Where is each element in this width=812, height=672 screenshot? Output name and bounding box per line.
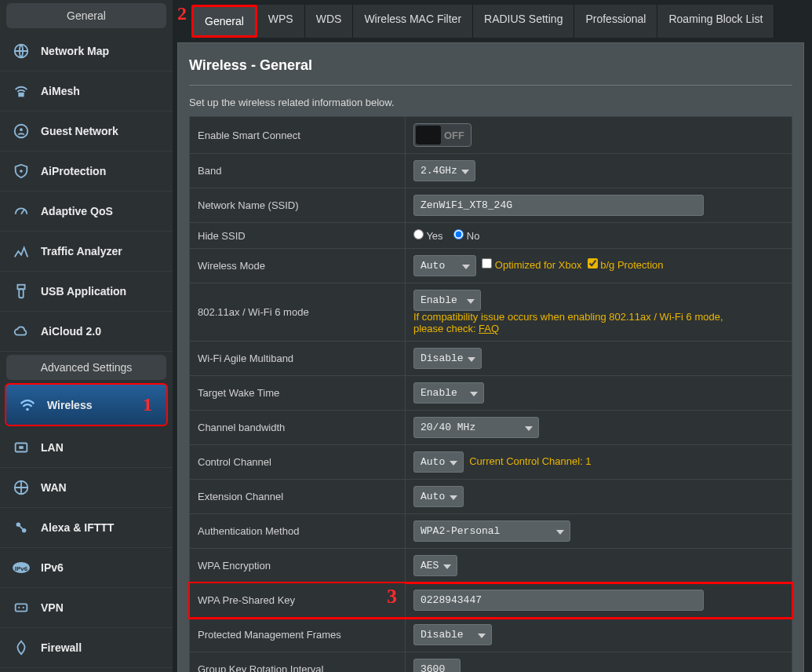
svg-rect-16	[16, 604, 27, 611]
globe-network-icon	[11, 41, 31, 61]
sidebar-item-lan[interactable]: LAN	[0, 428, 173, 468]
label-ext: Extension Channel	[190, 480, 406, 514]
svg-line-5	[21, 210, 24, 214]
wireless-general-panel: Wireless - General Set up the wireless r…	[177, 42, 804, 672]
sidebar-item-label: AiProtection	[41, 165, 106, 177]
hide-ssid-no[interactable]	[453, 229, 464, 239]
tab-professional[interactable]: Professional	[574, 5, 657, 38]
tab-wds[interactable]: WDS	[305, 5, 354, 38]
label-gkri: Group Key Rotation Interval	[190, 652, 406, 673]
xbox-label: Optimized for Xbox	[495, 259, 582, 271]
band-select[interactable]: 2.4GHz	[413, 160, 475, 181]
svg-rect-1	[18, 93, 24, 97]
twt-select[interactable]: Enable	[413, 382, 484, 404]
gkri-input[interactable]	[413, 659, 461, 672]
shield-icon	[11, 161, 31, 181]
sidebar-item-ipv6[interactable]: IPv6 IPv6	[0, 548, 173, 588]
auth-method-select[interactable]: WPA2-Personal	[413, 520, 570, 542]
hide-ssid-yes[interactable]	[413, 229, 424, 239]
sidebar-item-label: Firewall	[41, 641, 82, 654]
ext-channel-select[interactable]: Auto	[413, 486, 464, 507]
sidebar-item-label: AiCloud 2.0	[41, 325, 101, 338]
cbw-select[interactable]: 20/40 MHz	[413, 417, 539, 438]
sidebar-item-label: Alexa & IFTTT	[41, 521, 114, 534]
wpa-encryption-select[interactable]: AES	[413, 555, 457, 576]
cloud-icon	[11, 321, 31, 341]
callout-number-3: 3	[387, 585, 397, 608]
row-auth-method: Authentication Method WPA2-Personal	[190, 514, 792, 549]
content-area: 2 General WPS WDS Wireless MAC Filter RA…	[173, 0, 812, 672]
sidebar-item-label: Traffic Analyzer	[41, 245, 122, 257]
row-wireless-mode: Wireless Mode Auto Optimized for Xbox b/…	[190, 249, 792, 283]
psk-input[interactable]	[413, 590, 704, 611]
svg-point-4	[20, 170, 23, 173]
ssid-input[interactable]	[413, 195, 704, 216]
ax-faq-link[interactable]: FAQ	[479, 323, 499, 334]
usb-icon	[11, 281, 31, 301]
bg-protection-label: b/g Protection	[600, 259, 663, 271]
label-cbw: Channel bandwidth	[190, 411, 406, 445]
sidebar-item-firewall[interactable]: Firewall	[0, 628, 173, 668]
xbox-checkbox[interactable]	[482, 258, 492, 268]
sidebar-item-label: WAN	[41, 481, 67, 494]
svg-text:IPv6: IPv6	[15, 565, 28, 572]
sidebar-item-aimesh[interactable]: AiMesh	[0, 71, 173, 111]
label-smart-connect: Enable Smart Connect	[190, 117, 406, 154]
settings-table: Enable Smart Connect OFF Band 2.4GHz Net…	[189, 116, 792, 672]
sidebar-item-wan[interactable]: WAN	[0, 468, 173, 508]
sidebar-item-aicloud[interactable]: AiCloud 2.0	[0, 312, 173, 352]
row-band: Band 2.4GHz	[190, 154, 792, 188]
sidebar-item-label: Wireless	[47, 399, 92, 411]
sidebar-item-guest-network[interactable]: Guest Network	[0, 111, 173, 152]
bg-protection-checkbox[interactable]	[588, 258, 598, 268]
svg-rect-10	[19, 446, 24, 449]
sidebar-item-traffic-analyzer[interactable]: Traffic Analyzer	[0, 232, 173, 272]
firewall-icon	[11, 637, 31, 658]
label-cchan: Control Channel	[190, 445, 406, 480]
label-wireless-mode: Wireless Mode	[190, 249, 406, 283]
mesh-icon	[11, 81, 31, 101]
row-target-wake-time: Target Wake Time Enable	[190, 376, 792, 411]
sidebar: General Network Map AiMesh Guest Network…	[0, 0, 173, 672]
tab-wps[interactable]: WPS	[257, 5, 305, 38]
label-psk: WPA Pre-Shared Key 3	[190, 583, 406, 618]
sidebar-item-alexa-ifttt[interactable]: Alexa & IFTTT	[0, 508, 173, 548]
row-smart-connect: Enable Smart Connect OFF	[190, 117, 792, 154]
label-80211ax: 802.11ax / Wi-Fi 6 mode	[190, 283, 406, 341]
row-ssid: Network Name (SSID)	[190, 188, 792, 223]
smart-connect-toggle[interactable]: OFF	[413, 123, 472, 147]
sidebar-item-usb-application[interactable]: USB Application	[0, 272, 173, 312]
gauge-icon	[11, 201, 31, 221]
tab-strip: 2 General WPS WDS Wireless MAC Filter RA…	[177, 5, 804, 38]
tab-general[interactable]: General	[191, 5, 257, 38]
label-wpaenc: WPA Encryption	[190, 549, 406, 583]
wireless-mode-select[interactable]: Auto	[413, 255, 476, 276]
svg-point-8	[26, 407, 29, 411]
tab-roaming-block[interactable]: Roaming Block List	[657, 5, 774, 38]
control-channel-select[interactable]: Auto	[413, 451, 464, 473]
sidebar-item-label: IPv6	[41, 561, 64, 574]
sidebar-item-label: Adaptive QoS	[41, 205, 113, 217]
sidebar-item-wireless[interactable]: Wireless 1	[5, 383, 168, 426]
ax-hint: If compatibility issue occurs when enabl…	[413, 311, 727, 334]
callout-number-1: 1	[143, 394, 152, 415]
sidebar-item-label: AiMesh	[41, 85, 80, 97]
tab-radius[interactable]: RADIUS Setting	[473, 5, 574, 38]
pmf-select[interactable]: Disable	[413, 624, 492, 645]
sidebar-item-adaptive-qos[interactable]: Adaptive QoS	[0, 192, 173, 232]
sidebar-item-label: LAN	[41, 441, 64, 454]
row-wpa-psk: WPA Pre-Shared Key 3	[190, 583, 792, 618]
label-twt: Target Wake Time	[190, 376, 406, 411]
label-pmf: Protected Management Frames	[190, 618, 406, 652]
agile-select[interactable]: Disable	[413, 348, 482, 369]
wifi-icon	[17, 395, 38, 415]
sidebar-item-vpn[interactable]: VPN	[0, 588, 173, 628]
sidebar-item-network-map[interactable]: Network Map	[0, 31, 173, 71]
panel-description: Set up the wireless related information …	[178, 86, 803, 116]
label-hide-ssid: Hide SSID	[190, 223, 406, 249]
vpn-icon	[11, 597, 31, 618]
sidebar-item-aiprotection[interactable]: AiProtection	[0, 152, 173, 192]
tab-mac-filter[interactable]: Wireless MAC Filter	[353, 5, 473, 38]
label-agile: Wi-Fi Agile Multiband	[190, 341, 406, 376]
ax-mode-select[interactable]: Enable	[413, 290, 481, 311]
